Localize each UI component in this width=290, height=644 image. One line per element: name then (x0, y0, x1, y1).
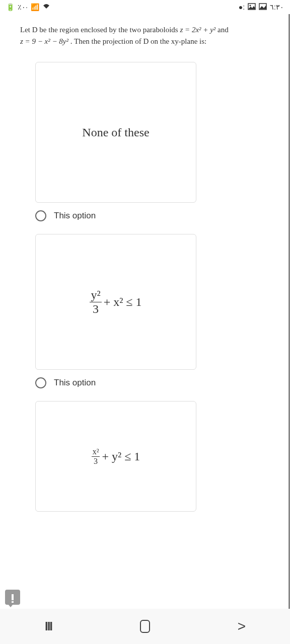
nav-back-button[interactable]: > (234, 619, 249, 634)
status-left: 🔋 ٪٠· 📶 (6, 3, 50, 11)
frac-bot-2: 3 (92, 302, 100, 316)
formula-rest-2: + x² ≤ 1 (104, 295, 142, 309)
option-1-text: None of these (82, 126, 149, 139)
option-card-1[interactable]: None of these (35, 62, 196, 203)
radio-2[interactable] (35, 377, 46, 388)
status-right: ●: ٦:٣٠ (239, 3, 284, 12)
nav-bar: III > (0, 609, 290, 644)
picture-icon (248, 3, 256, 12)
camera-icon: ●: (239, 3, 245, 11)
chat-icon[interactable] (5, 590, 20, 605)
battery-icon: 🔋 (6, 3, 15, 11)
frac-top-3: x² (92, 447, 100, 457)
question-line1-suffix: and (215, 26, 228, 34)
content-area: Let D be the region enclosed by the two … (0, 14, 290, 609)
fraction-2: y² 3 (90, 288, 101, 316)
option-2-formula: y² 3 + x² ≤ 1 (90, 288, 141, 316)
radio-1[interactable] (35, 210, 46, 221)
nav-recents-button[interactable]: III (41, 619, 56, 634)
question-eq1: z = 2x² + y² (180, 26, 215, 34)
option-label-2: This option (54, 378, 96, 388)
question-eq2: z = 9 − x² − 8y² (20, 37, 68, 45)
fraction-3: x² 3 (92, 447, 100, 466)
option-card-3[interactable]: x² 3 + y² ≤ 1 (35, 401, 196, 512)
frac-bot-3: 3 (93, 457, 99, 466)
option-row-1[interactable]: This option (35, 210, 270, 221)
signal-icon: 📶 (31, 3, 39, 11)
question-line2-suffix: . Then the projection of D on the xy-pla… (68, 37, 206, 45)
time-text: ٦:٣٠ (270, 3, 284, 11)
wifi-icon (42, 3, 50, 11)
formula-rest-3: + y² ≤ 1 (102, 450, 140, 463)
option-label-1: This option (54, 211, 96, 221)
question-line1-prefix: Let D be the region enclosed by the two … (20, 26, 180, 34)
nav-home-button[interactable] (137, 619, 153, 634)
option-card-2[interactable]: y² 3 + x² ≤ 1 (35, 234, 196, 370)
svg-point-1 (250, 5, 251, 6)
gallery-icon (259, 3, 267, 12)
status-bar: 🔋 ٪٠· 📶 ●: ٦:٣٠ (0, 0, 290, 14)
option-row-2[interactable]: This option (35, 377, 270, 388)
question-text: Let D be the region enclosed by the two … (20, 24, 270, 47)
battery-text: ٪٠· (18, 3, 28, 11)
option-3-formula: x² 3 + y² ≤ 1 (92, 447, 140, 466)
frac-top-2: y² (90, 288, 101, 302)
